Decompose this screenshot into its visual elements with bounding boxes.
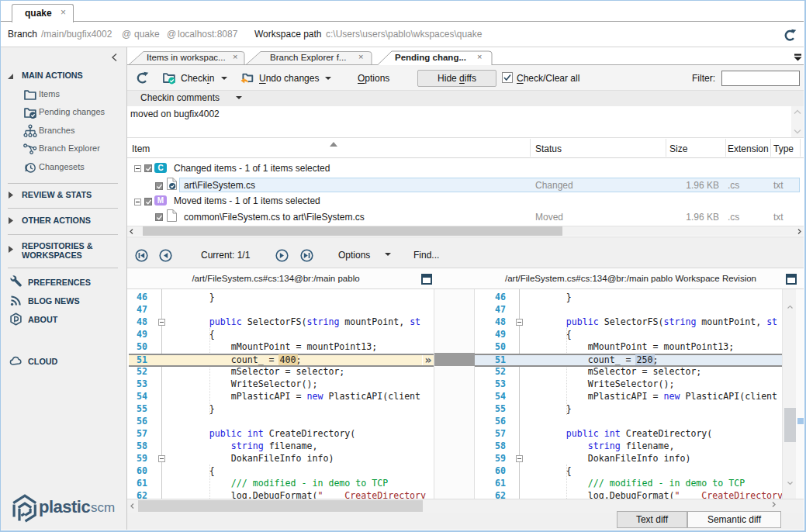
row2-item-name[interactable]: common\FileSystem.cs to art\FileSystem.c… [184, 212, 365, 223]
fold-collapse-icon[interactable] [516, 319, 523, 326]
branch-at-2: @ [167, 29, 176, 40]
column-separator[interactable] [666, 139, 666, 157]
code-scrollbar-thumb[interactable] [138, 500, 423, 512]
scroll-right-icon[interactable] [771, 501, 777, 508]
refresh-workspace-icon[interactable] [784, 29, 797, 42]
scroll-left-icon[interactable] [130, 503, 135, 510]
find-button[interactable]: Find... [413, 250, 439, 261]
sidebar-item-changesets[interactable]: Changesets [1, 161, 126, 174]
hide-diffs-button[interactable]: Hide diffs [417, 70, 496, 87]
comment-scrollbar[interactable] [791, 106, 804, 137]
checkin-dropdown-icon[interactable] [221, 77, 227, 80]
checkin-icon[interactable] [162, 71, 176, 85]
column-separator[interactable] [800, 139, 801, 157]
diff-options-dropdown-icon[interactable] [385, 253, 391, 256]
checkin-button[interactable]: Checkin [181, 73, 214, 84]
column-separator[interactable] [530, 139, 531, 157]
vertical-scrollbar-thumb[interactable] [784, 408, 796, 442]
branches-icon [23, 124, 37, 138]
sidebar-item-cloud[interactable]: CLOUD [1, 354, 126, 368]
sidebar-item-label: Pending changes [39, 107, 105, 116]
column-header-type[interactable]: Type [773, 143, 794, 154]
sidebar-divider [8, 234, 118, 235]
sidebar-section-repositories-workspaces[interactable]: REPOSITORIES & WORKSPACES [1, 240, 126, 254]
fold-collapse-icon[interactable] [158, 455, 165, 462]
collapsed-triangle-icon [9, 192, 13, 199]
right-pane-maximize-icon[interactable] [786, 274, 797, 285]
tab2-close-icon[interactable]: × [358, 52, 363, 61]
workspace-tab[interactable]: quake × [12, 4, 74, 22]
tab-pending-changes[interactable]: Pending chang... [395, 53, 466, 62]
group2-expander[interactable] [134, 199, 141, 206]
sidebar-item-about[interactable]: ABOUT [1, 313, 126, 326]
sidebar-section-other-actions[interactable]: OTHER ACTIONS [1, 214, 126, 228]
workspace-tab-close-icon[interactable]: × [61, 7, 66, 18]
table-scrollbar-thumb[interactable] [143, 226, 562, 236]
filter-input[interactable] [721, 71, 800, 86]
left-code-pane[interactable]: 46 }4748 public SelectorFS(string mountP… [129, 289, 434, 499]
undo-changes-icon[interactable] [240, 71, 254, 85]
tab-list-menu-icon[interactable] [794, 54, 802, 61]
column-separator[interactable] [725, 139, 726, 157]
diff-overview-ruler[interactable] [796, 289, 804, 499]
tab3-close-icon[interactable]: × [477, 52, 482, 61]
group1-checkbox[interactable] [144, 164, 152, 172]
sidebar-section-main-actions[interactable]: MAIN ACTIONS [1, 69, 126, 83]
left-pane-maximize-icon[interactable] [421, 274, 432, 285]
column-separator[interactable] [770, 139, 771, 157]
scroll-right-icon[interactable] [797, 228, 802, 235]
sidebar-item-items[interactable]: Items [1, 88, 126, 102]
row1-checkbox[interactable] [155, 182, 163, 190]
sidebar-item-blog-news[interactable]: BLOG NEWS [1, 294, 126, 308]
tab-items-in-workspace[interactable]: Items in workspac... [147, 53, 226, 62]
scroll-left-icon[interactable] [129, 228, 134, 235]
group1-expander[interactable] [134, 165, 141, 172]
text-diff-button[interactable]: Text diff [617, 511, 687, 528]
tab-branch-explorer[interactable]: Branch Explorer f... [270, 53, 346, 62]
group2-checkbox[interactable] [144, 198, 152, 206]
sidebar-item-preferences[interactable]: PREFERENCES [1, 275, 126, 289]
column-header-size[interactable]: Size [669, 143, 687, 154]
last-diff-icon[interactable] [300, 249, 313, 262]
sidebar-section-review-stats[interactable]: REVIEW & STATS [1, 188, 126, 202]
undo-dropdown-icon[interactable] [325, 77, 331, 80]
previous-diff-icon[interactable] [159, 249, 172, 262]
right-code-pane[interactable]: 46 }4748 public SelectorFS(string mountP… [475, 289, 782, 499]
column-header-extension[interactable]: Extension [728, 143, 769, 154]
collapsed-triangle-icon [9, 246, 13, 253]
fold-collapse-icon[interactable] [516, 455, 523, 462]
window-border-left [0, 0, 1, 532]
sidebar-item-pending-changes[interactable]: Pending changes [1, 105, 126, 119]
code-line-53: 53 WriteSelector(); [129, 378, 434, 390]
refresh-icon[interactable] [136, 71, 149, 85]
checkin-comments-bar[interactable] [127, 90, 804, 106]
group1-label[interactable]: Changed items - 1 of 1 items selected [174, 163, 330, 174]
sidebar-collapse-icon[interactable] [110, 53, 119, 62]
semantic-diff-button[interactable]: Semantic diff [687, 511, 781, 528]
sidebar-item-branch-explorer[interactable]: Branch Explorer [1, 142, 126, 156]
undo-changes-button[interactable]: Undo changes [259, 73, 319, 84]
scroll-up-icon[interactable] [787, 305, 794, 309]
scroll-down-icon[interactable] [787, 481, 794, 485]
tab1-close-icon[interactable]: × [233, 52, 237, 61]
code-text: mPlasticAPI = new PlasticAPI(client [523, 390, 777, 402]
options-button[interactable]: Options [358, 73, 389, 84]
code-line-62: 62 log.DebugFormat(" CreateDirectory [475, 489, 782, 499]
diff-options-button[interactable]: Options [338, 250, 370, 261]
check-clear-all-checkbox[interactable] [502, 72, 513, 83]
check-clear-all-label[interactable]: Check/Clear all [517, 73, 579, 84]
comments-dropdown-icon[interactable] [236, 96, 242, 99]
row1-item-name[interactable]: art\FileSystem.cs [184, 180, 255, 191]
diff-code-area: 46 }4748 public SelectorFS(string mountP… [127, 289, 804, 499]
column-header-status[interactable]: Status [535, 143, 562, 154]
next-diff-icon[interactable] [275, 249, 289, 262]
sidebar-item-branches[interactable]: Branches [1, 124, 126, 138]
comment-textarea[interactable] [127, 106, 804, 137]
group2-label[interactable]: Moved items - 1 of 1 items selected [174, 195, 320, 206]
column-header-item[interactable]: Item [132, 143, 150, 154]
right-pane-vertical-scrollbar[interactable] [782, 289, 796, 499]
row2-checkbox[interactable] [155, 213, 163, 221]
row1-status: Changed [535, 180, 573, 191]
first-diff-icon[interactable] [135, 249, 148, 262]
fold-collapse-icon[interactable] [158, 319, 165, 326]
